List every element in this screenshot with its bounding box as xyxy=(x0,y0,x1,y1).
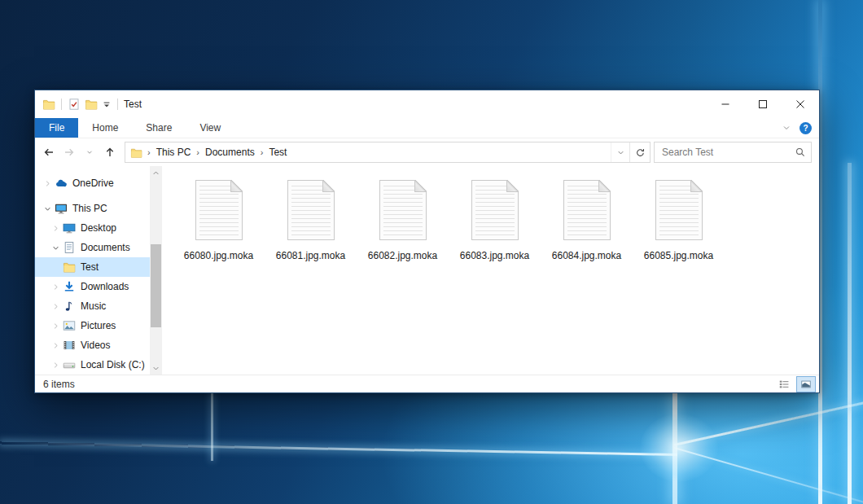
sidebar-item-desktop[interactable]: Desktop xyxy=(35,218,150,238)
tab-file[interactable]: File xyxy=(35,118,78,138)
chevron-right-icon[interactable] xyxy=(50,342,62,349)
window-title: Test xyxy=(124,99,142,110)
chevron-right-icon[interactable] xyxy=(50,303,62,310)
sidebar-item-this-pc[interactable]: This PC xyxy=(35,199,150,218)
chevron-right-icon[interactable] xyxy=(50,362,62,369)
breadcrumb-documents[interactable]: Documents xyxy=(201,147,259,158)
chevron-right-icon[interactable] xyxy=(50,225,62,232)
chevron-right-icon[interactable] xyxy=(42,180,54,187)
videos-icon xyxy=(62,339,77,352)
back-icon xyxy=(42,146,55,159)
file-item[interactable]: 66083.jpg.moka xyxy=(452,180,537,261)
sidebar-item-label: Videos xyxy=(81,340,110,351)
recent-locations-button[interactable] xyxy=(79,142,99,163)
sidebar-item-label: Desktop xyxy=(81,222,116,234)
file-item[interactable]: 66084.jpg.moka xyxy=(544,180,629,261)
breadcrumb-this-pc[interactable]: This PC xyxy=(152,147,195,158)
chevron-right-icon[interactable] xyxy=(50,283,62,291)
toolbar-separator xyxy=(61,99,62,110)
window-folder-icon xyxy=(42,98,55,111)
new-folder-icon[interactable] xyxy=(85,98,98,111)
wallpaper-glow xyxy=(640,414,718,482)
breadcrumb-separator: › xyxy=(146,147,152,157)
document-file-icon xyxy=(287,180,335,240)
thumbnails-view-button[interactable] xyxy=(796,376,816,392)
sidebar-item-pictures[interactable]: Pictures xyxy=(35,316,150,335)
caption-buttons xyxy=(707,90,819,118)
sidebar-item-downloads[interactable]: Downloads xyxy=(35,277,150,296)
title-bar: Test xyxy=(35,90,819,118)
chevron-down-icon[interactable] xyxy=(782,123,791,133)
forward-icon xyxy=(63,146,76,159)
sidebar-item-videos[interactable]: Videos xyxy=(35,335,150,355)
file-item[interactable]: 66081.jpg.moka xyxy=(268,180,353,261)
chevron-down-icon[interactable] xyxy=(50,244,62,252)
breadcrumb-test[interactable]: Test xyxy=(265,147,291,158)
tab-home[interactable]: Home xyxy=(78,118,132,138)
file-item[interactable]: 66080.jpg.moka xyxy=(176,180,261,261)
status-bar: 6 items xyxy=(35,375,819,392)
tab-share[interactable]: Share xyxy=(132,118,186,138)
toolbar-separator xyxy=(117,99,118,110)
file-item[interactable]: 66082.jpg.moka xyxy=(360,180,445,261)
music-icon xyxy=(62,300,77,313)
sidebar-item-label: Test xyxy=(81,261,99,273)
help-icon[interactable]: ? xyxy=(799,122,812,134)
refresh-icon xyxy=(635,147,646,158)
close-button[interactable] xyxy=(782,90,819,118)
properties-check-icon[interactable] xyxy=(68,98,81,111)
sidebar-item-label: Music xyxy=(81,300,106,312)
file-list: 66080.jpg.moka 66081.jpg.moka 66082.jpg.… xyxy=(162,166,819,375)
breadcrumb-separator: › xyxy=(195,147,201,157)
maximize-icon xyxy=(758,99,768,109)
recent-locations-chevron-icon xyxy=(85,148,94,156)
sidebar-item-label: OneDrive xyxy=(72,177,114,189)
search-icon[interactable] xyxy=(790,147,811,158)
forward-button[interactable] xyxy=(59,142,79,163)
sidebar-item-test[interactable]: Test xyxy=(35,257,150,277)
address-dropdown-button[interactable] xyxy=(611,142,629,162)
documents-icon xyxy=(62,241,77,254)
chevron-down-icon[interactable] xyxy=(42,205,54,213)
up-button[interactable] xyxy=(99,142,120,163)
scrollbar-thumb[interactable] xyxy=(151,244,161,327)
maximize-button[interactable] xyxy=(744,90,782,118)
customize-quick-access-dropdown-icon[interactable] xyxy=(102,99,112,109)
sidebar-item-local-disk[interactable]: Local Disk (C:) xyxy=(35,355,150,375)
address-dropdown-chevron-icon xyxy=(616,148,625,157)
thumbnails-view-icon xyxy=(800,379,812,390)
document-file-icon xyxy=(379,180,427,240)
details-view-button[interactable] xyxy=(774,376,794,392)
main-area: OneDrive This PC Desktop Documents Test xyxy=(35,166,819,375)
navigation-pane: OneDrive This PC Desktop Documents Test xyxy=(35,166,150,375)
address-folder-icon xyxy=(125,147,146,159)
tab-view[interactable]: View xyxy=(186,118,234,138)
sidebar-item-documents[interactable]: Documents xyxy=(35,238,150,257)
onedrive-icon xyxy=(54,177,68,190)
close-icon xyxy=(795,99,805,109)
refresh-button[interactable] xyxy=(629,142,650,162)
document-file-icon xyxy=(195,180,243,240)
sidebar-scrollbar[interactable] xyxy=(150,166,162,375)
back-button[interactable] xyxy=(38,142,59,163)
document-file-icon xyxy=(655,180,703,240)
ribbon-tab-row: File Home Share View ? xyxy=(35,118,819,138)
sidebar-item-onedrive[interactable]: OneDrive xyxy=(35,173,150,193)
scrollbar-up-icon[interactable] xyxy=(150,166,162,179)
address-bar[interactable]: › This PC › Documents › Test xyxy=(125,142,651,163)
document-file-icon xyxy=(471,180,519,240)
sidebar-item-label: Local Disk (C:) xyxy=(81,359,145,370)
scrollbar-down-icon[interactable] xyxy=(150,362,162,375)
minimize-button[interactable] xyxy=(707,90,744,118)
file-name: 66083.jpg.moka xyxy=(460,250,529,261)
address-row: › This PC › Documents › Test xyxy=(35,138,819,166)
file-name: 66080.jpg.moka xyxy=(184,250,253,261)
items-count: 6 items xyxy=(43,379,75,390)
chevron-right-icon[interactable] xyxy=(50,322,62,330)
search-input[interactable] xyxy=(655,147,790,158)
pictures-icon xyxy=(62,319,77,332)
view-toggles xyxy=(774,376,816,392)
desktop-icon xyxy=(62,221,77,234)
file-item[interactable]: 66085.jpg.moka xyxy=(636,180,721,261)
sidebar-item-music[interactable]: Music xyxy=(35,296,150,316)
